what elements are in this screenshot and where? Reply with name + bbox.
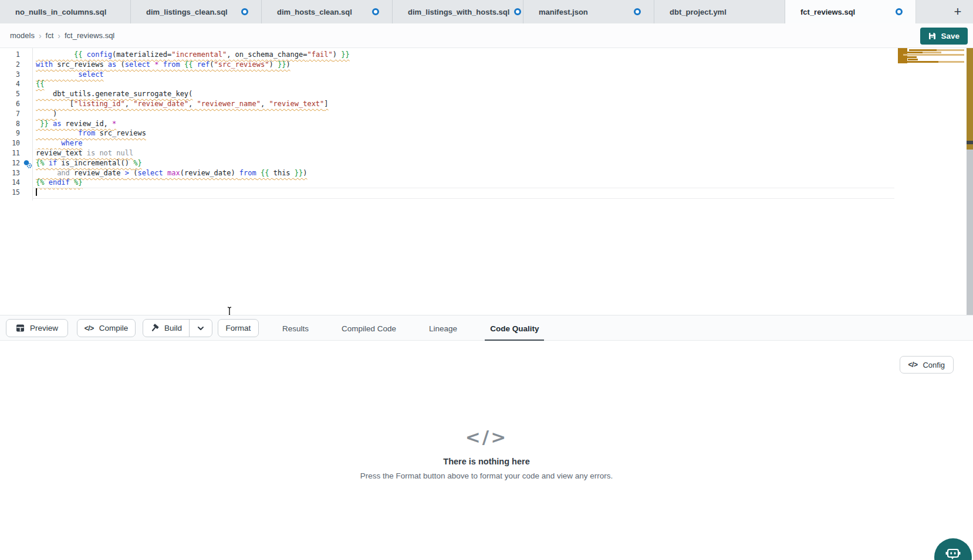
code-line-text: {{ (36, 79, 44, 89)
breadcrumb-item-fct[interactable]: fct (46, 31, 54, 40)
code-line-15: 15 (0, 188, 973, 198)
code-line-1: 1 {{ config(materialized="incremental", … (0, 50, 973, 60)
unsaved-changes-dot (241, 8, 248, 15)
code-line-5: 5 dbt_utils.generate_surrogate_key( (0, 89, 973, 99)
line-number: 4 (0, 79, 32, 89)
code-line-text: select (36, 70, 104, 80)
tab-label: fct_reviews.sql (800, 8, 855, 16)
chevron-down-icon (197, 324, 205, 332)
tab-dim-listings-clean-sql[interactable]: dim_listings_clean.sql (131, 0, 262, 23)
tab-label: dim_listings_with_hosts.sql (408, 8, 509, 16)
scrollbar-thumb[interactable] (967, 141, 973, 144)
unsaved-changes-dot (896, 8, 903, 15)
tab-manifest-json[interactable]: manifest.json (523, 0, 654, 23)
code-line-text: ["listing_id", "review_date", "reviewer_… (36, 99, 329, 109)
floppy-disk-icon (928, 32, 936, 40)
line-number: 15 (0, 188, 32, 198)
code-line-text: }} as review_id, * (36, 119, 116, 129)
breadcrumb-item-models[interactable]: models (10, 31, 35, 40)
panel-tab-lineage[interactable]: Lineage (424, 315, 462, 341)
panel-tab-code-quality[interactable]: Code Quality (485, 315, 544, 341)
code-line-11: 11review_text is not null (0, 148, 973, 158)
code-line-7: 7 ) (0, 109, 973, 119)
breadcrumb-item-fct-reviews-sql: fct_reviews.sql (65, 31, 114, 40)
format-button[interactable]: Format (218, 319, 259, 337)
code-editor[interactable]: 1 {{ config(materialized="incremental", … (0, 48, 973, 315)
code-line-13: 13 and review_date > (select max(review_… (0, 168, 973, 178)
code-brackets-icon: </> (85, 324, 94, 332)
tab-label: no_nulls_in_columns.sql (15, 8, 106, 16)
code-line-14: 14{% endif %} (0, 178, 973, 188)
code-line-text: with src_reviews as (select * from {{ re… (36, 60, 290, 70)
code-line-text: from src_reviews (36, 128, 146, 138)
table-icon (16, 324, 25, 332)
line-number: 13 (0, 168, 32, 178)
empty-state-subtitle: Press the Format button above to format … (0, 471, 973, 480)
code-line-text (36, 188, 37, 198)
editor-scrollbar[interactable] (967, 48, 973, 315)
format-button-label: Format (226, 324, 251, 332)
tab-fct-reviews-sql[interactable]: fct_reviews.sql (785, 0, 916, 23)
code-line-text: {% if is_incremental() %} (36, 158, 142, 168)
code-line-text: dbt_utils.generate_surrogate_key( (36, 89, 192, 99)
panel-tab-bar: ResultsCompiled CodeLineageCode Quality (277, 315, 544, 341)
editor-tab-bar: no_nulls_in_columns.sqldim_listings_clea… (0, 0, 973, 23)
code-line-text: ) (36, 109, 57, 119)
line-number: 5 (0, 89, 32, 99)
code-line-3: 3 select (0, 70, 973, 80)
code-line-text: where (36, 138, 82, 148)
line-number: 11 (0, 148, 32, 158)
line-number: 8 (0, 119, 32, 129)
line-number: 10 (0, 138, 32, 148)
code-quality-panel: </> Config </> There is nothing here Pre… (0, 341, 973, 560)
tab-label: dbt_project.yml (670, 8, 727, 16)
empty-state: </> There is nothing here Press the Form… (0, 341, 973, 480)
tab-dim-listings-with-hosts-sql[interactable]: dim_listings_with_hosts.sql (393, 0, 523, 23)
empty-state-title: There is nothing here (0, 457, 973, 466)
editor-toolbar: Preview </> Compile Build Format Results… (0, 315, 973, 341)
robot-chat-icon (945, 546, 961, 560)
build-options-button[interactable] (190, 320, 212, 337)
compile-button[interactable]: </> Compile (77, 319, 136, 337)
tab-label: dim_hosts_clean.sql (277, 8, 352, 16)
save-button[interactable]: Save (920, 28, 968, 45)
code-line-12: 12{% if is_incremental() %} (0, 158, 973, 168)
breadcrumb-chevron-icon: › (58, 31, 60, 40)
tab-label: manifest.json (539, 8, 588, 16)
build-button-label: Build (164, 324, 182, 332)
code-line-text: and review_date > (select max(review_dat… (36, 168, 308, 178)
code-line-2: 2with src_reviews as (select * from {{ r… (0, 60, 973, 70)
tab-no-nulls-in-columns-sql[interactable]: no_nulls_in_columns.sql (0, 0, 131, 23)
code-line-10: 10 where (0, 138, 973, 148)
scrollbar-lint-overlay (967, 48, 973, 150)
unsaved-changes-dot (372, 8, 379, 15)
tab-dim-hosts-clean-sql[interactable]: dim_hosts_clean.sql (262, 0, 393, 23)
line-number: 3 (0, 70, 32, 80)
code-line-4: 4{{ (0, 79, 973, 89)
preview-button[interactable]: Preview (6, 319, 68, 337)
text-caret (36, 188, 37, 196)
unsaved-changes-dot (514, 8, 521, 15)
code-line-text: review_text is not null (36, 148, 133, 158)
code-line-text: {{ config(materialized="incremental", on… (36, 50, 350, 60)
file-header-bar: models›fct›fct_reviews.sql Save (0, 23, 973, 48)
panel-tab-compiled-code[interactable]: Compiled Code (336, 315, 401, 341)
code-line-6: 6 ["listing_id", "review_date", "reviewe… (0, 99, 973, 109)
unsaved-changes-dot (634, 8, 641, 15)
build-split-button: Build (143, 319, 212, 337)
breadcrumb-chevron-icon: › (39, 31, 42, 40)
lint-overview-marks (898, 48, 965, 66)
new-tab-button[interactable]: + (942, 0, 973, 23)
code-line-text: {% endif %} (36, 178, 83, 188)
line-number: 2 (0, 60, 32, 70)
build-button[interactable]: Build (143, 320, 190, 337)
line-number: 1 (0, 50, 32, 60)
panel-tab-results[interactable]: Results (277, 315, 314, 341)
code-brackets-icon: </> (0, 426, 973, 447)
line-number: 6 (0, 99, 32, 109)
preview-button-label: Preview (30, 324, 58, 332)
code-line-9: 9 from src_reviews (0, 128, 973, 138)
tab-dbt-project-yml[interactable]: dbt_project.yml (654, 0, 785, 23)
hammer-icon (150, 324, 159, 332)
line-number: 9 (0, 128, 32, 138)
